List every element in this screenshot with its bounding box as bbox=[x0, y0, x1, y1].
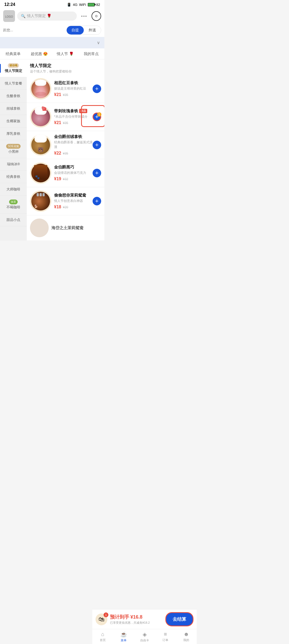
product-img-rose-latte bbox=[30, 106, 51, 128]
product-item-rose-latte: 带刺玫瑰拿铁 新品 *本品不含任何带刺成分 ¥21 ¥35 + 1 bbox=[27, 103, 104, 131]
product-item-partial: 海岱之土茉莉鸳鸯 bbox=[27, 215, 104, 241]
brand-logo[interactable]: LOGO bbox=[3, 10, 15, 22]
add-button-earl-dark-choc[interactable]: + bbox=[93, 169, 101, 177]
battery-icon bbox=[88, 3, 95, 6]
sidebar-item-no-coffee[interactable]: 抹茶 不喝咖啡 bbox=[0, 196, 27, 214]
sidebar-label-dessert: 甜品小点 bbox=[2, 217, 25, 222]
product-info-jasmine-oolong: 偷偷想你茉莉鸳鸯 情人节创意表白神器 ¥18 ¥20 bbox=[54, 193, 93, 210]
section-header: 情人节限定 这个情人节，修狗把爱都给你 bbox=[27, 59, 104, 75]
add-button-red-bean-latte[interactable]: + bbox=[93, 85, 101, 93]
price-original-jasmine-oolong: ¥20 bbox=[63, 205, 68, 209]
product-info-red-bean-latte: 相思红豆拿铁 据说是王维诗里的红豆 ¥21 ¥35 bbox=[54, 80, 93, 97]
product-list: 情人节限定 这个情人节，修狗把爱都给你 相思红豆拿铁 据说是王维诗里的红豆 ¥2… bbox=[27, 59, 104, 241]
product-item-red-bean-latte: 相思红豆拿铁 据说是王维诗里的红豆 ¥21 ¥35 + bbox=[27, 75, 104, 103]
price-current-earl-velvet-latte: ¥22 bbox=[54, 151, 61, 156]
distance-text: 距您... bbox=[3, 28, 13, 33]
product-desc-earl-dark-choc: 会说情话的液体巧克力 bbox=[54, 171, 93, 175]
add-button-rose-latte[interactable]: + 1 bbox=[93, 113, 101, 121]
price-original-earl-velvet-latte: ¥35 bbox=[63, 152, 68, 155]
new-badge-rose-latte: 新品 bbox=[79, 109, 87, 113]
product-desc-earl-velvet-latte: 经典伯爵茶香，邂逅英式浪漫 bbox=[54, 140, 93, 149]
sidebar-label-master-coffee: 大师咖啡 bbox=[2, 187, 25, 192]
sidebar-item-cheese-latte[interactable]: 生酪拿铁 bbox=[0, 90, 27, 102]
vibrate-icon: 📳 bbox=[67, 3, 71, 7]
product-name-rose-latte: 带刺玫瑰拿铁 新品 bbox=[54, 109, 93, 114]
product-price-earl-velvet-latte: ¥22 ¥35 bbox=[54, 151, 93, 156]
product-info-earl-velvet-latte: 金伯爵丝绒拿铁 经典伯爵茶香，邂逅英式浪漫 ¥22 ¥35 bbox=[54, 134, 93, 156]
product-info-partial: 海岱之土茉莉鸳鸯 bbox=[51, 225, 101, 231]
pickup-toggle[interactable]: 自提 外送 bbox=[66, 26, 101, 35]
promo-banner[interactable]: ∨ bbox=[0, 37, 104, 48]
section-subtitle: 这个情人节，修狗把爱都给你 bbox=[30, 69, 101, 74]
product-name-partial: 海岱之土茉莉鸳鸯 bbox=[51, 225, 101, 231]
sidebar-item-valentines-set[interactable]: 情人节套餐 bbox=[0, 77, 27, 90]
status-icons: 📳 4G WiFi 82 bbox=[67, 3, 100, 7]
sidebar-item-master-coffee[interactable]: 大师咖啡 bbox=[0, 183, 27, 196]
tab-classic-menu[interactable]: 经典菜单 bbox=[0, 48, 26, 59]
sidebar-item-classic-latte[interactable]: 经典拿铁 bbox=[0, 171, 27, 183]
sidebar-label-valentines-set: 情人节套餐 bbox=[2, 81, 25, 86]
sidebar-item-small-black[interactable]: SOE花魁 小黑杯 bbox=[0, 140, 27, 158]
add-button-jasmine-oolong[interactable]: + bbox=[93, 197, 101, 205]
tab-my-favorites[interactable]: 我的常点 bbox=[78, 48, 105, 59]
sidebar-label-classic-latte: 经典拿铁 bbox=[2, 174, 25, 179]
status-bar: 12:24 📳 4G WiFi 82 bbox=[0, 0, 104, 8]
search-bar[interactable]: 🔍 情人节限定 🌹 bbox=[17, 11, 77, 21]
search-icon: 🔍 bbox=[21, 14, 25, 18]
sidebar-badge-soe: SOE花魁 bbox=[6, 144, 20, 149]
sidebar-item-thick-latte[interactable]: 厚乳拿铁 bbox=[0, 128, 27, 140]
price-original-red-bean-latte: ¥35 bbox=[63, 93, 68, 97]
sidebar-item-velvet-latte[interactable]: 丝绒拿铁 bbox=[0, 102, 27, 115]
price-current-rose-latte: ¥21 bbox=[54, 120, 61, 125]
product-name-earl-dark-choc: 金伯爵黑巧 bbox=[54, 165, 93, 170]
price-current-earl-dark-choc: ¥19 bbox=[54, 177, 61, 181]
logo-image: LOGO bbox=[3, 10, 15, 22]
tab-super-deals[interactable]: 超优惠 😍 bbox=[26, 48, 52, 59]
product-info-rose-latte: 带刺玫瑰拿铁 新品 *本品不含任何带刺成分 ¥21 ¥35 bbox=[54, 109, 93, 125]
add-button-earl-velvet-latte[interactable]: + bbox=[93, 141, 101, 149]
pickup-delivery-row: 距您... 自提 外送 bbox=[0, 24, 104, 37]
main-content: 请你喝 情人节限定 情人节套餐 生酪拿铁 丝绒拿铁 生椰家族 厚乳拿铁 SOE花… bbox=[0, 59, 104, 241]
chevron-down-icon: ∨ bbox=[97, 40, 100, 45]
header: LOGO 🔍 情人节限定 🌹 ··· ⊙ bbox=[0, 8, 104, 24]
price-original-earl-dark-choc: ¥32 bbox=[63, 177, 68, 181]
signal-icon: 4G bbox=[73, 3, 77, 7]
sidebar-label-small-black: 小黑杯 bbox=[2, 149, 25, 154]
sidebar-label-coconut: 生椰家族 bbox=[2, 119, 25, 124]
tab-valentines[interactable]: 情人节 🌹 bbox=[52, 48, 78, 59]
scan-button[interactable]: ⊙ bbox=[92, 11, 101, 21]
sidebar-item-reina-ice[interactable]: 瑞纳冰® bbox=[0, 158, 27, 171]
price-current-jasmine-oolong: ¥18 bbox=[54, 205, 61, 209]
sidebar-label-no-coffee: 不喝咖啡 bbox=[2, 205, 25, 210]
sidebar-label-valentines-limited: 情人节限定 bbox=[2, 68, 25, 73]
status-time: 12:24 bbox=[4, 2, 15, 7]
product-name-jasmine-oolong: 偷偷想你茉莉鸳鸯 bbox=[54, 193, 93, 198]
self-pickup-btn[interactable]: 自提 bbox=[67, 26, 84, 34]
product-desc-jasmine-oolong: 情人节创意表白神器 bbox=[54, 199, 93, 203]
sidebar-item-coconut[interactable]: 生椰家族 bbox=[0, 115, 27, 128]
sidebar-label-velvet-latte: 丝绒拿铁 bbox=[2, 106, 25, 111]
sidebar-badge-limited: 请你喝 bbox=[8, 63, 19, 68]
price-original-rose-latte: ¥35 bbox=[63, 121, 68, 125]
section-title: 情人节限定 bbox=[30, 63, 101, 69]
product-img-earl-velvet-latte: 🐻 bbox=[30, 134, 51, 156]
sidebar-label-reina-ice: 瑞纳冰® bbox=[2, 162, 25, 167]
product-price-red-bean-latte: ¥21 ¥35 bbox=[54, 92, 93, 97]
product-item-jasmine-oolong: 🐕 偷偷想你茉莉鸳鸯 情人节创意表白神器 ¥18 ¥20 + bbox=[27, 187, 104, 215]
delivery-btn[interactable]: 外送 bbox=[84, 26, 101, 34]
sidebar-item-dessert[interactable]: 甜品小点 bbox=[0, 214, 27, 226]
sidebar-label-thick-latte: 厚乳拿铁 bbox=[2, 131, 25, 136]
scan-icon: ⊙ bbox=[95, 14, 98, 18]
product-name-earl-velvet-latte: 金伯爵丝绒拿铁 bbox=[54, 134, 93, 139]
more-button[interactable]: ··· bbox=[79, 12, 89, 20]
sidebar-item-valentines-limited[interactable]: 请你喝 情人节限定 bbox=[0, 59, 27, 77]
product-img-earl-dark-choc: 🐾 bbox=[30, 162, 51, 184]
product-img-partial bbox=[30, 218, 49, 237]
cart-count-badge-rose-latte: 1 bbox=[97, 112, 101, 117]
price-current-red-bean-latte: ¥21 bbox=[54, 92, 61, 97]
svg-text:LOGO: LOGO bbox=[5, 15, 13, 18]
product-img-jasmine-oolong: 🐕 bbox=[30, 190, 51, 212]
sidebar-label-cheese-latte: 生酪拿铁 bbox=[2, 94, 25, 98]
product-item-earl-dark-choc: 🐾 金伯爵黑巧 会说情话的液体巧克力 ¥19 ¥32 + bbox=[27, 159, 104, 187]
product-info-earl-dark-choc: 金伯爵黑巧 会说情话的液体巧克力 ¥19 ¥32 bbox=[54, 165, 93, 182]
